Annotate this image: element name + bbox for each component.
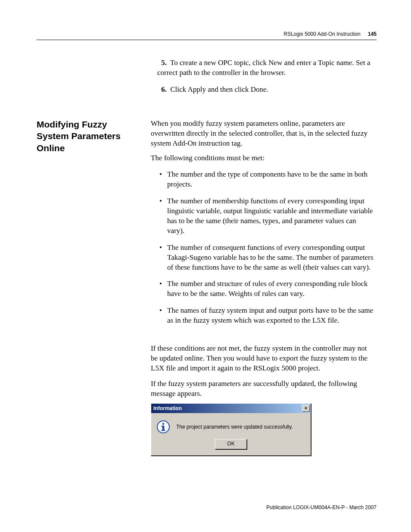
svg-rect-4	[162, 430, 165, 431]
bullet-text: The names of fuzzy system input and outp…	[167, 306, 375, 326]
bullet-icon: •	[159, 243, 167, 273]
bullet-text: The number of consequent functions of ev…	[167, 243, 375, 273]
bullet-text: The number and the type of components ha…	[167, 170, 375, 190]
header-divider	[37, 40, 377, 40]
step-5: 5. To create a new OPC topic, click New …	[157, 58, 375, 78]
information-dialog: Information × The project parameters wer…	[151, 403, 311, 456]
list-item: • The number of consequent functions of …	[159, 243, 375, 273]
paragraph-intro: When you modify fuzzy system parameters …	[151, 119, 375, 149]
svg-rect-3	[162, 426, 164, 426]
bullet-icon: •	[159, 170, 167, 190]
dialog-title: Information	[153, 406, 182, 411]
dialog-button-row: OK	[151, 436, 311, 455]
dialog-titlebar: Information ×	[151, 404, 311, 413]
page-footer: Publication LOGIX-UM004A-EN-P - March 20…	[266, 504, 377, 510]
svg-point-1	[162, 423, 165, 425]
list-item: • The number of membership functions of …	[159, 196, 375, 236]
header-page-number: 145	[368, 31, 377, 37]
bullet-list: • The number and the type of components …	[159, 170, 375, 333]
ok-button[interactable]: OK	[215, 439, 247, 449]
bullet-icon: •	[159, 279, 167, 299]
list-item: • The number and the type of components …	[159, 170, 375, 190]
dialog-body: The project parameters were updated succ…	[151, 413, 311, 436]
list-item: • The number and structure of rules of e…	[159, 279, 375, 299]
bullet-text: The number of membership functions of ev…	[167, 196, 375, 236]
paragraph-success: If the fuzzy system parameters are succe…	[151, 379, 375, 399]
step-6: 6. Click Apply and then click Done.	[157, 85, 375, 95]
close-icon[interactable]: ×	[302, 405, 310, 412]
step-number: 5.	[157, 58, 167, 68]
step-text: To create a new OPC topic, click New and…	[157, 59, 371, 77]
bullet-icon: •	[159, 196, 167, 236]
paragraph-not-met: If these conditions are not met, the fuz…	[151, 344, 375, 373]
section-heading: Modifying Fuzzy System Parameters Online	[37, 118, 127, 154]
page-header: RSLogix 5000 Add-On Instruction 145	[284, 31, 377, 37]
information-icon	[156, 420, 170, 434]
list-item: • The names of fuzzy system input and ou…	[159, 306, 375, 326]
bullet-icon: •	[159, 306, 167, 326]
numbered-step-list: 5. To create a new OPC topic, click New …	[157, 58, 375, 102]
step-text: Click Apply and then click Done.	[170, 85, 268, 93]
paragraph-conditions-lead: The following conditions must be met:	[151, 153, 375, 163]
step-number: 6.	[157, 85, 167, 95]
header-chapter-title: RSLogix 5000 Add-On Instruction	[284, 31, 361, 37]
bullet-text: The number and structure of rules of eve…	[167, 279, 375, 299]
dialog-message: The project parameters were updated succ…	[176, 424, 293, 430]
